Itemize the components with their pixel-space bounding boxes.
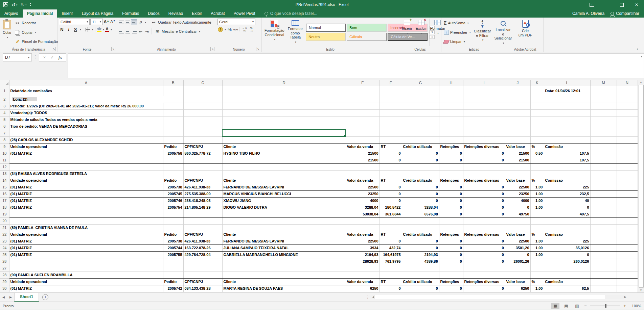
alignment-dialog-launcher[interactable]: ↘ <box>210 47 214 51</box>
cell-C24[interactable]: 163.722.078-26 <box>183 244 222 251</box>
cell-D27[interactable] <box>222 265 346 272</box>
cell-D3[interactable] <box>222 103 346 109</box>
cell-N28[interactable] <box>617 272 638 278</box>
cell-F27[interactable] <box>380 265 402 272</box>
cell-G8[interactable] <box>402 136 439 143</box>
tab-layout-da-pagina[interactable]: Layout da Página <box>77 9 118 18</box>
cell-M28[interactable] <box>590 272 617 278</box>
cell-E9[interactable]: Valor da venda <box>346 143 380 150</box>
cell-D20[interactable] <box>222 217 346 224</box>
cell-H11[interactable]: 0 <box>439 157 463 163</box>
cell-E10[interactable]: 21500 <box>346 150 380 157</box>
cell-K8[interactable] <box>530 136 544 143</box>
cell-E8[interactable] <box>346 136 380 143</box>
cell-C22[interactable]: CPF/CNPJ <box>183 231 222 238</box>
cell-I13[interactable] <box>463 170 505 177</box>
cell-A17[interactable]: (01) MATRIZ <box>9 197 163 204</box>
cell-J23[interactable]: 22500 <box>505 238 530 244</box>
cell-E26[interactable]: 28628,93 <box>346 258 380 265</box>
cell-D24[interactable]: JULIANA SAMPAIO TEIXEIRA NATAL <box>222 244 346 251</box>
cell-F9[interactable]: RT <box>380 143 402 150</box>
row-header-23[interactable]: 23 <box>0 238 9 244</box>
format-as-table-button[interactable]: Formatar como Tabela▾ <box>286 19 304 46</box>
col-header-N[interactable]: N <box>617 80 638 86</box>
cell-H1[interactable] <box>439 86 463 96</box>
cell-M27[interactable] <box>590 265 617 272</box>
cell-G4[interactable] <box>402 109 439 116</box>
cell-D4[interactable] <box>222 109 346 116</box>
row-header-25[interactable]: 25 <box>0 251 9 258</box>
cell-J30[interactable]: 6250 <box>505 285 530 292</box>
tab-power-pivot[interactable]: Power Pivot <box>229 9 260 18</box>
cell-J26[interactable]: 26001,26 <box>505 258 530 265</box>
cell-E2[interactable] <box>346 96 380 103</box>
cell-J14[interactable]: Valor base <box>505 177 530 184</box>
add-sheet-button[interactable]: + <box>42 294 48 300</box>
cell-A23[interactable]: (01) MATRIZ <box>9 238 163 244</box>
row-header-29[interactable]: 29 <box>0 278 9 285</box>
tab-formulas[interactable]: Fórmulas <box>118 9 143 18</box>
cell-K29[interactable]: % <box>530 278 544 285</box>
sort-filter-button[interactable]: AZ▼ Classificar e Filtrar▾ <box>473 19 492 46</box>
cell-N26[interactable] <box>617 258 638 265</box>
cell-M23[interactable] <box>590 238 617 244</box>
row-header-27[interactable]: 27 <box>0 265 9 272</box>
cell-K7[interactable] <box>530 130 544 136</box>
merge-center-button[interactable]: ⊞Mesclar e Centralizar▾ <box>154 28 201 35</box>
cell-I14[interactable]: Retenções diversas <box>463 177 505 184</box>
cell-K12[interactable] <box>530 163 544 170</box>
cell-K18[interactable]: 1.00 <box>530 204 544 211</box>
cell-F7[interactable] <box>380 130 402 136</box>
cell-N23[interactable] <box>617 238 638 244</box>
cell-A5[interactable]: Método de cálculo: Todas as vendas após … <box>9 116 163 123</box>
cell-F6[interactable] <box>380 123 402 130</box>
cell-N14[interactable] <box>617 177 638 184</box>
close-button[interactable]: ✕ <box>629 0 644 9</box>
cell-N10[interactable] <box>617 150 638 157</box>
cell-K21[interactable] <box>530 224 544 231</box>
cell-K6[interactable] <box>530 123 544 130</box>
cell-I15[interactable]: 0 <box>463 184 505 190</box>
cell-B9[interactable]: Pedido <box>163 143 183 150</box>
row-header-20[interactable]: 20 <box>0 217 9 224</box>
cell-E29[interactable]: Valor da venda <box>346 278 380 285</box>
cell-H28[interactable] <box>439 272 463 278</box>
row-header-3[interactable]: 3 <box>0 103 9 109</box>
cell-G21[interactable] <box>402 224 439 231</box>
cell-L1[interactable]: Data: 01/04/26 12:01 <box>544 86 590 96</box>
percent-style-button[interactable]: % <box>227 27 233 32</box>
view-normal-icon[interactable]: ▦ <box>551 303 559 309</box>
cell-C29[interactable]: CPF/CNPJ <box>183 278 222 285</box>
cell-D10[interactable]: HYGINO TISO FILHO <box>222 150 346 157</box>
cell-L30[interactable]: 62,5 <box>544 285 590 292</box>
increase-font-button[interactable]: A▲ <box>104 19 109 24</box>
cell-A24[interactable]: (01) MATRIZ <box>9 244 163 251</box>
cell-H10[interactable]: 0 <box>439 150 463 157</box>
cell-J13[interactable] <box>505 170 530 177</box>
cell-H29[interactable]: Retenções <box>439 278 463 285</box>
cell-M21[interactable] <box>590 224 617 231</box>
cell-N3[interactable] <box>617 103 638 109</box>
underline-button[interactable]: S <box>72 27 78 32</box>
row-header-10[interactable]: 10 <box>0 150 9 157</box>
cell-K28[interactable] <box>530 272 544 278</box>
cell-A27[interactable] <box>9 265 163 272</box>
cell-L2[interactable] <box>544 96 590 103</box>
cell-M30[interactable] <box>590 285 617 292</box>
cell-I2[interactable] <box>463 96 505 103</box>
cell-G12[interactable] <box>402 163 439 170</box>
row-header-16[interactable]: 16 <box>0 190 9 197</box>
italic-button[interactable]: I <box>66 27 72 32</box>
zoom-slider-thumb[interactable] <box>605 304 606 308</box>
cell-J10[interactable]: 21500 <box>505 150 530 157</box>
cell-E1[interactable] <box>346 86 380 96</box>
cell-I10[interactable]: 0 <box>463 150 505 157</box>
cell-N30[interactable] <box>617 285 638 292</box>
cell-I22[interactable]: Retenções diversas <box>463 231 505 238</box>
style-normal[interactable]: Normal <box>306 24 346 32</box>
cell-K17[interactable]: 1.00 <box>530 197 544 204</box>
cell-D6[interactable] <box>222 123 346 130</box>
cell-H30[interactable]: 0 <box>439 285 463 292</box>
cell-F21[interactable] <box>380 224 402 231</box>
cell-M9[interactable] <box>590 143 617 150</box>
